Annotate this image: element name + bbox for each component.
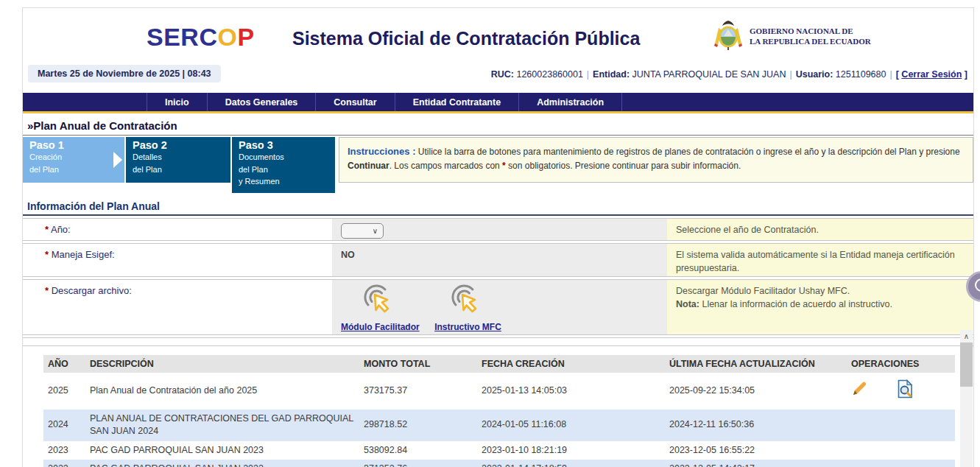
- year-select[interactable]: ∨: [341, 223, 384, 239]
- required-asterisk: *: [45, 285, 49, 296]
- step-3-title: Paso 3: [239, 139, 328, 151]
- header-ano: AÑO: [43, 355, 85, 373]
- header-monto-total: MONTO TOTAL: [359, 355, 477, 373]
- wizard-steps-row: Paso 1 Creación del Plan Paso 2 Detalles…: [23, 137, 973, 193]
- gov-line-2: LA REPUBLICA DEL ECUADOR: [750, 36, 871, 46]
- cell-description: PAC GAD PARROQUIAL SAN JUAN 2023: [85, 441, 359, 460]
- menu-item-entidad-contratante[interactable]: Entidad Contratante: [395, 93, 519, 111]
- plans-table: AÑO DESCRIPCIÓN MONTO TOTAL FECHA CREACI…: [43, 355, 955, 467]
- step-1-line2: del Plan: [29, 164, 118, 176]
- sercop-logo-serc: SERC: [147, 23, 217, 51]
- esigef-help-text: El sistema valida automáticamente si la …: [667, 244, 973, 276]
- year-label: * Año:: [23, 219, 332, 240]
- entity-label: Entidad:: [593, 69, 630, 80]
- step-arrow-icon: [113, 152, 122, 168]
- cell-created: 2023-01-10 18:21:19: [477, 441, 665, 460]
- header: SERCOP Sistema Oficial de Contratación P…: [23, 8, 973, 64]
- table-row: 2022 PAC GAD PARROQUIAL SAN JUAN 2022 37…: [43, 460, 955, 467]
- header-operaciones: OPERACIONES: [847, 355, 955, 373]
- cell-year: 2022: [43, 460, 85, 467]
- government-brand: GOBIERNO NACIONAL DE LA REPUBLICA DEL EC…: [713, 18, 871, 54]
- instructions-bold-continuar: Continuar: [348, 161, 389, 171]
- step-2-title: Paso 2: [133, 139, 224, 151]
- cell-year: 2023: [43, 441, 85, 460]
- cell-year: 2024: [43, 410, 85, 441]
- esigef-control-cell: NO: [332, 244, 667, 276]
- session-bar: Martes 25 de Noviembre de 2025 | 08:43 R…: [23, 64, 973, 86]
- table-row: 2023 PAC GAD PARROQUIAL SAN JUAN 2023 53…: [43, 441, 955, 460]
- year-label-text: Año:: [51, 224, 71, 235]
- form-row-year: * Año: ∨ Seleccione el año de Contrataci…: [23, 218, 973, 241]
- logout-link[interactable]: Cerrar Sesión: [901, 69, 962, 80]
- entity-value: JUNTA PARROQUIAL DE SAN JUAN: [632, 69, 786, 80]
- step-1-creacion: Paso 1 Creación del Plan: [23, 137, 124, 183]
- esigef-label-text: Maneja Esigef:: [52, 249, 115, 260]
- view-document-icon[interactable]: [896, 379, 914, 403]
- step-2-line2: del Plan: [133, 164, 224, 176]
- separator: |: [583, 69, 593, 80]
- required-asterisk: *: [45, 224, 49, 235]
- click-download-icon[interactable]: [363, 308, 397, 320]
- header-ultima-fecha: ÚLTIMA FECHA ACTUALIZACIÓN: [665, 355, 847, 373]
- menu-item-inicio[interactable]: Inicio: [147, 93, 208, 111]
- scrollbar-thumb[interactable]: [960, 343, 973, 387]
- cell-operations: [847, 460, 955, 467]
- separator: |: [886, 69, 895, 80]
- instructions-box: Instrucciones : Utilice la barra de boto…: [339, 137, 973, 183]
- cell-operations: [847, 410, 955, 441]
- clock-icon: [973, 277, 980, 296]
- menu-item-datos-generales[interactable]: Datos Generales: [208, 93, 317, 111]
- step-3-line1: Documentos: [239, 151, 328, 164]
- required-asterisk: *: [45, 249, 49, 260]
- nota-label: Nota:: [676, 299, 699, 309]
- ruc-value: 1260023860001: [516, 69, 582, 80]
- table-scrollbar[interactable]: ∧: [960, 330, 973, 467]
- download-help-text: Descargar Módulo Facilitador Ushay MFC. …: [667, 280, 973, 334]
- page-title: »Plan Anual de Contratación: [23, 117, 973, 136]
- sercop-logo-swirl: O: [217, 23, 237, 51]
- esigef-label: * Maneja Esigef:: [23, 244, 332, 276]
- session-info: RUC: 1260023860001|Entidad: JUNTA PARROQ…: [491, 69, 967, 80]
- click-download-icon[interactable]: [451, 308, 484, 320]
- download-modulo-facilitador[interactable]: Módulo Facilitador: [341, 284, 420, 332]
- sercop-logo: SERCOP: [147, 23, 255, 52]
- table-header-row: AÑO DESCRIPCIÓN MONTO TOTAL FECHA CREACI…: [43, 355, 955, 373]
- gov-line-1: GOBIERNO NACIONAL DE: [750, 26, 871, 36]
- cell-amount: 538092.84: [359, 441, 477, 460]
- bracket-close: ]: [965, 69, 967, 80]
- cell-amount: 373175.37: [359, 373, 477, 410]
- download-help-line1: Descargar Módulo Facilitador Ushay MFC.: [676, 284, 965, 298]
- scroll-up-button[interactable]: ∧: [960, 330, 973, 342]
- year-control-cell: ∨: [332, 219, 667, 240]
- cell-description: Plan Anual de Contratación del año 2025: [85, 373, 359, 410]
- instructions-label: Instrucciones :: [348, 146, 415, 157]
- cell-updated: 2023-12-05 16:55:22: [665, 441, 847, 460]
- chevron-down-icon: ∨: [373, 227, 378, 235]
- required-asterisk: *: [502, 161, 506, 171]
- step-1-line1: Creación: [29, 151, 118, 164]
- instructions-text-2: . Los campos marcados con: [389, 161, 500, 171]
- menu-item-consultar[interactable]: Consultar: [316, 93, 395, 111]
- download-control-cell: Módulo Facilitador Instructivo MFC: [332, 280, 667, 334]
- main-menu: Inicio Datos Generales Consultar Entidad…: [23, 93, 973, 113]
- edit-pencil-icon[interactable]: [851, 381, 867, 401]
- cell-description: PAC GAD PARROQUIAL SAN JUAN 2022: [85, 460, 359, 467]
- table-row: 2024 PLAN ANUAL DE CONTRATACIONES DEL GA…: [43, 410, 955, 441]
- step-2-line1: Detalles: [133, 151, 224, 164]
- step-2-detalles: Paso 2 Detalles del Plan: [126, 137, 230, 183]
- header-fecha-creacion: FECHA CREACIÓN: [477, 355, 665, 373]
- download-instructivo-mfc[interactable]: Instructivo MFC: [434, 284, 501, 332]
- table-row: 2025 Plan Anual de Contratación del año …: [43, 373, 955, 410]
- government-title: GOBIERNO NACIONAL DE LA REPUBLICA DEL EC…: [750, 26, 871, 47]
- instructivo-mfc-link[interactable]: Instructivo MFC: [434, 322, 501, 332]
- download-label: * Descargar archivo:: [23, 280, 332, 334]
- form-section-title: Información del Plan Anual: [23, 199, 973, 216]
- modulo-facilitador-link[interactable]: Módulo Facilitador: [341, 322, 420, 332]
- menu-item-administracion[interactable]: Administración: [519, 93, 622, 111]
- bracket-open: [: [896, 69, 899, 80]
- form-footer-strip: [23, 337, 973, 346]
- cell-created: 2025-01-13 14:05:03: [477, 373, 665, 410]
- year-help-text: Seleccione el año de Contratación.: [667, 219, 973, 240]
- system-title: Sistema Oficial de Contratación Pública: [292, 28, 640, 49]
- esigef-value: NO: [341, 248, 658, 260]
